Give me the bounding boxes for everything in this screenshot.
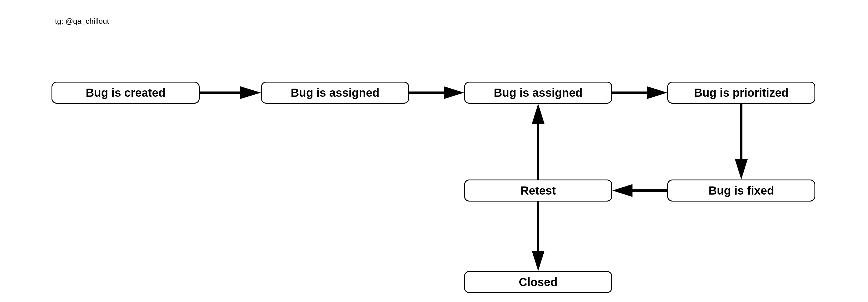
svg-marker-1 (240, 86, 261, 99)
node-bug-prioritized: Bug is prioritized (667, 82, 815, 104)
arrow-retest-to-assigned2 (531, 104, 545, 180)
node-label: Bug is assigned (494, 86, 583, 99)
node-bug-assigned-1: Bug is assigned (261, 82, 409, 104)
node-bug-assigned-2: Bug is assigned (464, 82, 612, 104)
svg-marker-3 (444, 86, 464, 99)
arrow-prioritized-to-fixed (734, 104, 748, 180)
node-label: Closed (519, 276, 557, 289)
node-closed: Closed (464, 271, 612, 293)
arrow-created-to-assigned1 (199, 86, 261, 100)
node-label: Bug is assigned (291, 86, 380, 99)
node-retest: Retest (464, 180, 612, 202)
svg-marker-5 (647, 86, 667, 99)
node-bug-created: Bug is created (52, 82, 199, 104)
arrow-retest-to-closed (531, 202, 545, 271)
node-label: Retest (521, 184, 556, 197)
svg-marker-11 (532, 104, 545, 124)
node-bug-fixed: Bug is fixed (667, 180, 815, 202)
arrow-assigned1-to-assigned2 (409, 86, 464, 100)
svg-marker-7 (735, 159, 748, 180)
arrow-fixed-to-retest (612, 184, 667, 198)
arrow-assigned2-to-prioritized (612, 86, 667, 100)
svg-marker-9 (612, 184, 632, 197)
svg-marker-13 (532, 251, 545, 271)
attribution-text: tg: @qa_chillout (55, 17, 109, 26)
node-label: Bug is created (86, 86, 165, 99)
node-label: Bug is fixed (709, 184, 774, 197)
node-label: Bug is prioritized (694, 86, 789, 99)
